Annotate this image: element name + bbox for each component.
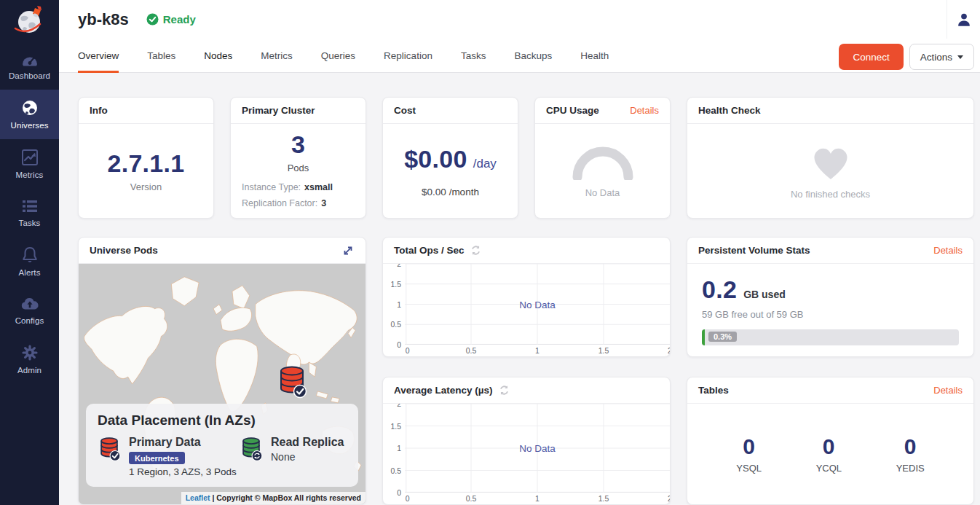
tab-health[interactable]: Health (580, 39, 609, 73)
ycql-label: YCQL (816, 463, 842, 474)
tab-backups[interactable]: Backups (514, 39, 552, 73)
universe-tabs: Overview Tables Nodes Metrics Queries Re… (59, 39, 980, 73)
cost-per-day-value: $0.00 (404, 145, 467, 173)
replication-factor-row: Replication Factor:3 (242, 195, 355, 211)
tables-card: Tables Details 0 YSQL 0 YCQL 0 (687, 377, 974, 505)
tab-metrics[interactable]: Metrics (261, 39, 293, 73)
region-marker[interactable] (276, 364, 308, 402)
read-replica-legend: Read Replica None (240, 435, 344, 477)
tab-tasks[interactable]: Tasks (461, 39, 486, 73)
chevron-down-icon (957, 55, 963, 59)
y-tick: 0.5 (390, 320, 401, 329)
sidebar-item-universes[interactable]: Universes (0, 90, 59, 139)
primary-data-db-icon (98, 435, 121, 463)
sidebar-item-admin[interactable]: Admin (0, 334, 59, 384)
universe-pods-header: Universe Pods (79, 238, 365, 264)
refresh-icon[interactable] (470, 245, 481, 256)
replication-factor-value: 3 (321, 198, 326, 208)
gb-used-label: GB used (743, 289, 786, 300)
sidebar: Dashboard Universes Metrics Tasks (0, 0, 59, 505)
cpu-usage-header: CPU Usage Details (535, 98, 670, 124)
check-circle-icon (146, 13, 159, 26)
avg-latency-card: Average Latency (µs) (382, 377, 671, 505)
persistent-volume-card: Persistent Volume Stats Details 0.2 GB u… (687, 237, 974, 357)
yedis-count: 0 YEDIS (896, 434, 925, 474)
volume-usage-bar: 0.3% (702, 329, 959, 345)
leaflet-link[interactable]: Leaflet (186, 493, 210, 502)
x-tick: 0 (406, 494, 410, 503)
gauge-arc-icon (569, 144, 636, 180)
persistent-volume-header: Persistent Volume Stats Details (687, 238, 973, 264)
topbar: yb-k8s Ready (59, 0, 980, 39)
kubernetes-badge: Kubernetes (129, 452, 185, 464)
yugabyte-logo[interactable] (0, 0, 59, 42)
health-check-header: Health Check (687, 98, 973, 124)
sidebar-item-metrics[interactable]: Metrics (0, 139, 59, 189)
x-tick: 0.5 (466, 346, 477, 355)
card-title: CPU Usage (546, 105, 599, 116)
version-caption: Version (130, 181, 162, 192)
yedis-label: YEDIS (896, 463, 925, 474)
sidebar-item-dashboard[interactable]: Dashboard (0, 42, 59, 90)
status-badge: Ready (146, 13, 196, 26)
replication-factor-label: Replication Factor: (242, 198, 317, 208)
world-map[interactable]: Data Placement (In AZs) (79, 264, 365, 504)
cost-card: Cost $0.00 /day $0.00 /month (382, 97, 518, 219)
main-area: yb-k8s Ready Overview Tables Nodes Metri… (59, 0, 980, 505)
ycql-count: 0 YCQL (816, 434, 842, 474)
info-card: Info 2.7.1.1 Version (78, 97, 214, 219)
x-tick: 1.5 (598, 494, 609, 503)
y-tick: 1.5 (390, 422, 401, 431)
y-tick: 1 (397, 300, 401, 309)
primary-placement-info: 1 Region, 3 AZS, 3 Pods (129, 466, 237, 477)
version-value: 2.7.1.1 (107, 149, 184, 178)
sidebar-item-label: Universes (1, 121, 58, 130)
refresh-icon[interactable] (499, 385, 510, 396)
gb-used-value: 0.2 (702, 275, 737, 304)
tab-tables[interactable]: Tables (147, 39, 175, 73)
connect-button[interactable]: Connect (839, 44, 903, 70)
card-title: Average Latency (µs) (394, 385, 493, 396)
yedis-value: 0 (896, 434, 925, 459)
tables-header: Tables Details (687, 377, 973, 404)
user-menu-button[interactable] (947, 0, 980, 39)
tables-details-link[interactable]: Details (933, 385, 963, 396)
universe-globe-icon (20, 98, 39, 117)
cpu-details-link[interactable]: Details (630, 105, 659, 116)
read-replica-label: Read Replica (271, 435, 344, 449)
sidebar-item-alerts[interactable]: Alerts (0, 237, 59, 286)
tab-nodes[interactable]: Nodes (204, 39, 232, 73)
pvs-details-link[interactable]: Details (933, 245, 963, 256)
universe-name: yb-k8s (78, 10, 129, 29)
x-tick: 2 (668, 494, 670, 503)
universe-pods-card: Universe Pods (78, 237, 366, 505)
expand-map-icon[interactable] (341, 244, 355, 257)
sidebar-item-tasks[interactable]: Tasks (0, 189, 59, 237)
sidebar-item-label: Configs (1, 316, 58, 325)
tab-overview[interactable]: Overview (78, 39, 119, 73)
primary-cluster-header: Primary Cluster (231, 98, 365, 124)
card-title: Persistent Volume Stats (698, 245, 810, 256)
health-no-checks: No finished checks (791, 189, 870, 200)
user-avatar-icon (956, 12, 972, 28)
tab-replication[interactable]: Replication (384, 39, 432, 73)
y-tick: 0 (397, 488, 401, 497)
instance-type-row: Instance Type:xsmall (242, 179, 355, 195)
primary-data-label: Primary Data (129, 435, 237, 449)
x-tick: 0.5 (466, 494, 477, 503)
x-tick: 1.5 (598, 346, 609, 355)
cost-per-day-unit: /day (473, 157, 497, 171)
alerts-bell-icon (20, 246, 39, 265)
card-title: Total Ops / Sec (394, 245, 465, 256)
total-ops-header: Total Ops / Sec (383, 238, 670, 264)
dashboard-gauge-icon (20, 50, 39, 68)
tasks-list-icon (20, 197, 39, 215)
sidebar-item-configs[interactable]: Configs (0, 286, 59, 334)
tab-actions: Connect Actions (839, 44, 974, 70)
right-cards-column: Persistent Volume Stats Details 0.2 GB u… (687, 237, 974, 505)
ysql-value: 0 (736, 434, 762, 459)
card-title: Health Check (698, 105, 761, 116)
actions-dropdown-button[interactable]: Actions (909, 44, 974, 70)
cpu-usage-card: CPU Usage Details No Data (534, 97, 671, 219)
tab-queries[interactable]: Queries (321, 39, 355, 73)
